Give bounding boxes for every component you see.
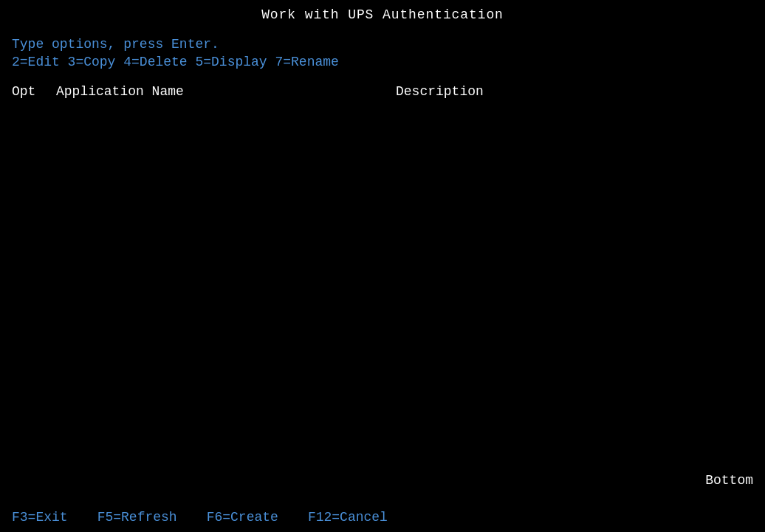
- page-title: Work with UPS Authentication: [12, 7, 753, 22]
- terminal-screen: Work with UPS Authentication Type option…: [0, 0, 765, 532]
- data-rows-area: [12, 105, 753, 415]
- bottom-indicator: Bottom: [705, 473, 753, 488]
- instructions-line1: Type options, press Enter.: [12, 37, 753, 52]
- col-header-app-name: Application Name: [56, 84, 396, 99]
- column-headers: Opt Application Name Description: [12, 84, 753, 99]
- fkey-f12-cancel[interactable]: F12=Cancel: [308, 510, 388, 525]
- instructions-line2: 2=Edit 3=Copy 4=Delete 5=Display 7=Renam…: [12, 55, 753, 69]
- col-header-description: Description: [396, 84, 484, 99]
- col-header-opt: Opt: [12, 84, 56, 99]
- fkey-f3-exit[interactable]: F3=Exit: [12, 510, 68, 525]
- function-keys-bar: F3=Exit F5=Refresh F6=Create F12=Cancel: [12, 510, 388, 525]
- fkey-f6-create[interactable]: F6=Create: [207, 510, 278, 525]
- fkey-f5-refresh[interactable]: F5=Refresh: [97, 510, 177, 525]
